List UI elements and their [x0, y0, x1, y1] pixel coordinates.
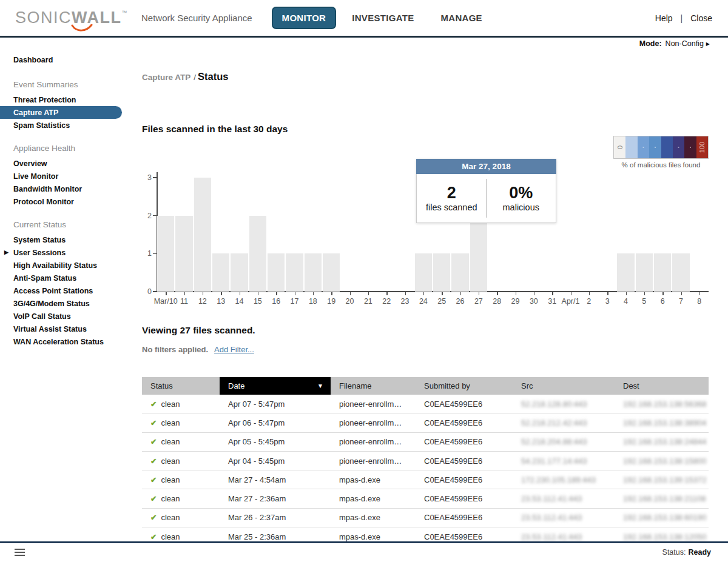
dest-value: 192.168.153.138:21108	[623, 494, 706, 503]
clean-check-icon: ✔	[150, 457, 157, 466]
x-axis-tick	[221, 292, 222, 295]
status-cell: ✔clean	[142, 395, 220, 413]
sidebar-item-wan-acceleration-status[interactable]: WAN Acceleration Status	[0, 335, 129, 348]
chart-bar[interactable]	[617, 253, 634, 292]
column-header-submitted-by[interactable]: Submitted by	[416, 377, 513, 395]
x-axis-tick	[258, 292, 259, 295]
footer-bar: Status:Ready	[0, 541, 728, 562]
sidebar: Dashboard Event SummariesThreat Protecti…	[0, 52, 129, 348]
header-links-divider: |	[681, 13, 683, 23]
mode-bar: Mode:Non-Config▶	[0, 39, 728, 53]
sidebar-item-anti-spam-status[interactable]: Anti-Spam Status	[0, 272, 129, 284]
menu-icon[interactable]	[15, 549, 25, 558]
x-axis-tick	[607, 292, 608, 295]
sidebar-item-live-monitor[interactable]: Live Monitor	[0, 170, 129, 182]
column-header-src[interactable]: Src	[513, 377, 615, 395]
nav-tab-investigate[interactable]: INVESTIGATE	[352, 13, 414, 23]
x-axis-label: 22	[382, 297, 391, 306]
sidebar-item-voip-call-status[interactable]: VoIP Call Status	[0, 310, 129, 323]
chart-bar[interactable]	[212, 253, 229, 292]
dest-cell: 192.168.153.138:15800	[615, 452, 709, 470]
x-axis-label: 31	[548, 297, 556, 306]
x-axis-tick	[203, 292, 204, 295]
sidebar-item-label: Overview	[13, 159, 47, 168]
chart-bar[interactable]	[305, 253, 322, 292]
sidebar-item-access-point-stations[interactable]: Access Point Stations	[0, 284, 129, 297]
chart-bar[interactable]	[672, 253, 689, 292]
sidebar-item-3g-4g-modem-status[interactable]: 3G/4G/Modem Status	[0, 297, 129, 310]
sidebar-item-label: Live Monitor	[13, 172, 58, 181]
chart-bar[interactable]	[286, 253, 303, 292]
chart-bar[interactable]	[249, 216, 266, 292]
sidebar-item-threat-protection[interactable]: Threat Protection	[0, 93, 129, 106]
chart-bar[interactable]	[194, 178, 211, 292]
x-axis-tick	[644, 292, 645, 295]
column-header-status[interactable]: Status	[142, 377, 220, 395]
y-axis-tick	[153, 215, 157, 216]
table-row[interactable]: ✔cleanMar 26 - 2:37ammpas-d.exeC0EAE4599…	[142, 509, 709, 527]
chart-bar[interactable]	[636, 253, 653, 292]
status-cell: ✔clean	[142, 452, 220, 470]
chart-bar[interactable]	[175, 216, 192, 292]
sidebar-item-protocol-monitor[interactable]: Protocol Monitor	[0, 195, 129, 208]
sidebar-item-bandwidth-monitor[interactable]: Bandwidth Monitor	[0, 182, 129, 195]
x-axis-tick	[313, 292, 314, 295]
legend-segment: 0	[614, 136, 625, 158]
files-scanned-chart: 0123Mar/10111213141516171819202122232425…	[142, 159, 709, 310]
column-header-label: Status	[150, 381, 173, 390]
chart-bar[interactable]	[433, 253, 450, 292]
nav-tab-manage[interactable]: MANAGE	[440, 13, 482, 23]
table-row[interactable]: ✔cleanApr 07 - 5:47pmpioneer-enrollm…C0E…	[142, 395, 709, 413]
sidebar-item-system-status[interactable]: System Status	[0, 233, 129, 246]
sidebar-item-user-sessions[interactable]: ▶User Sessions	[0, 246, 129, 259]
column-header-date[interactable]: Date▼	[220, 377, 331, 395]
table-row[interactable]: ✔cleanApr 05 - 5:45pmpioneer-enrollm…C0E…	[142, 433, 709, 452]
mode-value[interactable]: Non-Config	[666, 39, 704, 48]
src-cell: 52.218.204.88:443	[513, 433, 615, 451]
submitted-by-cell: C0EAE4599EE6	[416, 395, 513, 413]
chart-bar[interactable]	[231, 253, 248, 292]
date-cell: Mar 26 - 2:37am	[220, 509, 331, 527]
breadcrumb-current: Status	[198, 71, 228, 82]
sidebar-item-overview[interactable]: Overview	[0, 157, 129, 170]
sidebar-section-title: Appliance Health	[0, 132, 129, 157]
sidebar-item-dashboard[interactable]: Dashboard	[0, 52, 129, 68]
table-row[interactable]: ✔cleanMar 27 - 4:54ammpas-d.exeC0EAE4599…	[142, 470, 709, 489]
sonicwall-logo: SONICWALL™	[15, 8, 128, 27]
sort-arrow-icon[interactable]: ▼	[317, 383, 323, 389]
x-axis-tick	[662, 292, 664, 295]
column-header-filename[interactable]: Filename	[331, 377, 416, 395]
x-axis-tick	[552, 292, 553, 295]
chart-bar[interactable]	[451, 253, 468, 292]
sidebar-item-virtual-assist-status[interactable]: Virtual Assist Status	[0, 323, 129, 335]
date-cell: Apr 07 - 5:47pm	[220, 395, 331, 413]
mode-arrow-icon[interactable]: ▶	[706, 41, 710, 47]
date-cell: Mar 27 - 4:54am	[220, 470, 331, 489]
help-link[interactable]: Help	[655, 13, 673, 23]
sidebar-item-spam-statistics[interactable]: Spam Statistics	[0, 119, 129, 132]
x-axis-label: 6	[661, 297, 665, 306]
x-axis-label: Apr/1	[562, 297, 580, 306]
chart-bar[interactable]	[268, 253, 285, 292]
table-row[interactable]: ✔cleanApr 06 - 5:47pmpioneer-enrollm…C0E…	[142, 413, 709, 432]
status-text: clean	[161, 418, 180, 427]
chart-bar[interactable]	[157, 216, 174, 292]
status-text: clean	[161, 475, 180, 484]
table-row[interactable]: ✔cleanApr 04 - 5:45pmpioneer-enrollm…C0E…	[142, 452, 709, 470]
table-row[interactable]: ✔cleanMar 27 - 2:36ammpas-d.exeC0EAE4599…	[142, 489, 709, 508]
breadcrumb-parent[interactable]: Capture ATP	[142, 73, 190, 82]
close-link[interactable]: Close	[690, 13, 712, 23]
sidebar-item-high-availability-status[interactable]: High Availability Status	[0, 259, 129, 272]
nav-tab-monitor[interactable]: MONITOR	[272, 7, 337, 29]
logo-swoosh-icon	[71, 24, 93, 33]
chart-bar[interactable]	[323, 253, 340, 292]
expand-arrow-icon[interactable]: ▶	[4, 249, 8, 255]
add-filter-link[interactable]: Add Filter...	[214, 345, 254, 354]
x-axis-label: 18	[309, 297, 317, 306]
chart-bar[interactable]	[654, 253, 671, 292]
chart-bar[interactable]	[415, 253, 432, 292]
column-header-dest[interactable]: Dest	[615, 377, 709, 395]
sidebar-item-capture-atp[interactable]: Capture ATP	[0, 106, 122, 119]
x-axis-tick	[350, 292, 351, 295]
chart-bar[interactable]	[470, 216, 487, 292]
